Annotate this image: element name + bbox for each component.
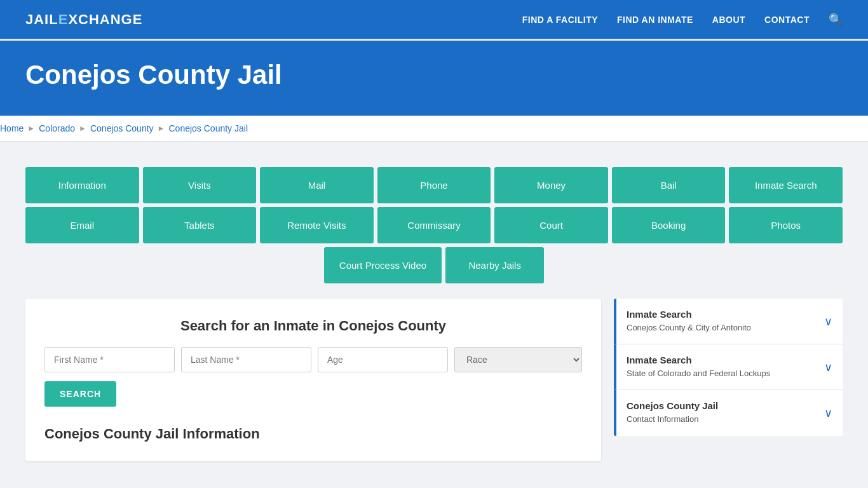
navbar: JAILEXCHANGE FIND A FACILITY FIND AN INM… [0, 0, 868, 41]
sidebar-item-inmate-search-state[interactable]: Inmate Search State of Colorado and Fede… [614, 344, 843, 390]
breadcrumb-county[interactable]: Conejos County [90, 123, 154, 133]
chevron-down-icon-1: ∨ [824, 315, 832, 329]
nav-links: FIND A FACILITY FIND AN INMATE ABOUT CON… [522, 13, 843, 27]
breadcrumb: Home ► Colorado ► Conejos County ► Conej… [0, 116, 868, 142]
nav-contact[interactable]: CONTACT [764, 15, 810, 25]
btn-tablets[interactable]: Tablets [143, 207, 257, 243]
search-button[interactable]: SEARCH [44, 381, 116, 407]
chevron-down-icon-3: ∨ [824, 406, 832, 420]
btn-commissary[interactable]: Commissary [377, 207, 491, 243]
race-select[interactable]: Race [454, 347, 582, 372]
btn-booking[interactable]: Booking [612, 207, 726, 243]
bottom-section: Search for an Inmate in Conejos County R… [25, 299, 843, 461]
breadcrumb-state[interactable]: Colorado [39, 123, 75, 133]
logo[interactable]: JAILEXCHANGE [25, 11, 142, 28]
search-icon[interactable]: 🔍 [829, 13, 843, 26]
btn-phone[interactable]: Phone [377, 167, 491, 203]
btn-money[interactable]: Money [494, 167, 608, 203]
btn-photos[interactable]: Photos [729, 207, 843, 243]
section-title: Conejos County Jail Information [44, 426, 582, 442]
inmate-search-card: Search for an Inmate in Conejos County R… [25, 299, 601, 461]
breadcrumb-sep-3: ► [158, 124, 165, 133]
sidebar-item-title-2: Inmate Search [627, 355, 770, 365]
btn-bail[interactable]: Bail [612, 167, 726, 203]
search-form-row1: Race [44, 347, 582, 372]
sidebar-item-inmate-search-local[interactable]: Inmate Search Conejos County & City of A… [614, 299, 843, 344]
btn-mail[interactable]: Mail [260, 167, 374, 203]
main-content: Information Visits Mail Phone Money Bail… [0, 154, 868, 487]
nav-find-inmate[interactable]: FIND AN INMATE [617, 15, 693, 25]
btn-email[interactable]: Email [25, 207, 139, 243]
btn-remote-visits[interactable]: Remote Visits [260, 207, 374, 243]
search-title: Search for an Inmate in Conejos County [44, 318, 582, 334]
sidebar-item-contact-info[interactable]: Conejos County Jail Contact Information … [614, 390, 843, 435]
nav-buttons-row1: Information Visits Mail Phone Money Bail… [25, 167, 843, 203]
sidebar-item-subtitle-2: State of Colorado and Federal Lockups [627, 368, 770, 379]
breadcrumb-current: Conejos County Jail [168, 123, 248, 133]
age-input[interactable] [318, 347, 448, 372]
sidebar-item-title-1: Inmate Search [627, 309, 751, 320]
btn-information[interactable]: Information [25, 167, 139, 203]
sidebar-item-subtitle-1: Conejos County & City of Antonito [627, 322, 751, 334]
nav-find-facility[interactable]: FIND A FACILITY [522, 15, 598, 25]
breadcrumb-sep-1: ► [27, 124, 35, 133]
btn-visits[interactable]: Visits [143, 167, 257, 203]
hero-section: Conejos County Jail [0, 41, 868, 116]
breadcrumb-home[interactable]: Home [0, 123, 24, 133]
last-name-input[interactable] [181, 347, 311, 372]
chevron-down-icon-2: ∨ [824, 360, 832, 374]
nav-buttons-row2: Email Tablets Remote Visits Commissary C… [25, 207, 843, 243]
btn-nearby-jails[interactable]: Nearby Jails [445, 247, 544, 283]
first-name-input[interactable] [44, 347, 175, 372]
btn-court[interactable]: Court [494, 207, 608, 243]
breadcrumb-sep-2: ► [79, 124, 86, 133]
nav-buttons-row3: Court Process Video Nearby Jails [25, 247, 843, 283]
btn-court-process-video[interactable]: Court Process Video [324, 247, 442, 283]
sidebar: Inmate Search Conejos County & City of A… [614, 299, 843, 461]
sidebar-item-subtitle-3: Contact Information [627, 414, 718, 425]
sidebar-item-title-3: Conejos County Jail [627, 400, 718, 411]
page-title: Conejos County Jail [25, 60, 843, 90]
nav-about[interactable]: ABOUT [712, 15, 745, 25]
btn-inmate-search[interactable]: Inmate Search [729, 167, 843, 203]
